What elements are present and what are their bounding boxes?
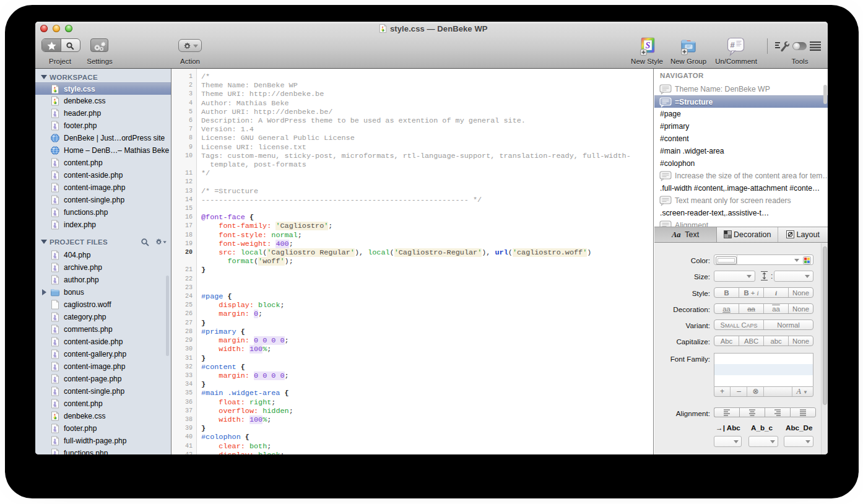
svg-text:S: S bbox=[646, 41, 651, 50]
svg-text:#: # bbox=[730, 40, 735, 50]
